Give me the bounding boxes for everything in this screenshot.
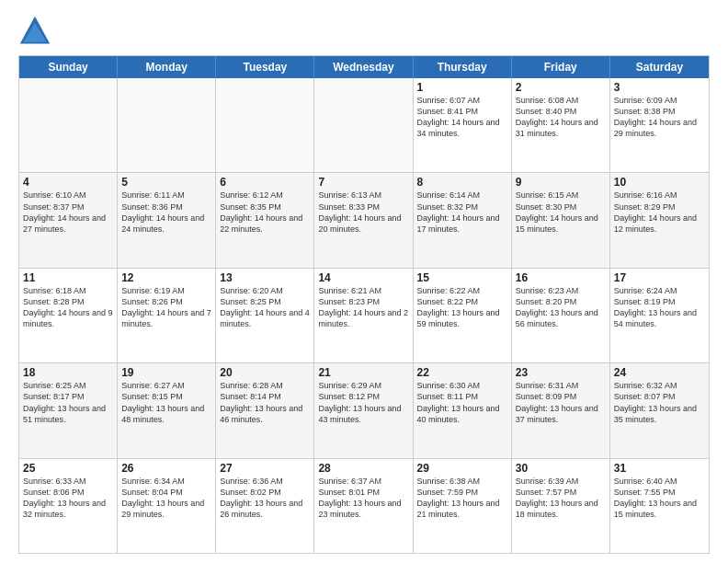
day-detail: Sunrise: 6:24 AM Sunset: 8:19 PM Dayligh… bbox=[614, 285, 705, 330]
calendar-cell-2-6: 17Sunrise: 6:24 AM Sunset: 8:19 PM Dayli… bbox=[610, 269, 709, 362]
day-number: 28 bbox=[318, 462, 408, 475]
calendar-cell-3-6: 24Sunrise: 6:32 AM Sunset: 8:07 PM Dayli… bbox=[610, 363, 709, 457]
calendar-cell-0-1 bbox=[118, 78, 216, 172]
day-number: 22 bbox=[417, 366, 507, 379]
day-detail: Sunrise: 6:10 AM Sunset: 8:37 PM Dayligh… bbox=[23, 190, 113, 235]
day-detail: Sunrise: 6:15 AM Sunset: 8:30 PM Dayligh… bbox=[516, 190, 606, 235]
calendar-cell-3-3: 21Sunrise: 6:29 AM Sunset: 8:12 PM Dayli… bbox=[314, 363, 413, 457]
day-number: 29 bbox=[417, 462, 507, 475]
logo-icon bbox=[18, 15, 51, 48]
weekday-header-sunday: Sunday bbox=[19, 56, 118, 78]
day-number: 25 bbox=[23, 462, 113, 475]
calendar-cell-0-6: 3Sunrise: 6:09 AM Sunset: 8:38 PM Daylig… bbox=[610, 78, 709, 172]
header bbox=[18, 15, 710, 48]
day-detail: Sunrise: 6:25 AM Sunset: 8:17 PM Dayligh… bbox=[23, 380, 113, 425]
day-detail: Sunrise: 6:11 AM Sunset: 8:36 PM Dayligh… bbox=[121, 190, 211, 235]
day-detail: Sunrise: 6:08 AM Sunset: 8:40 PM Dayligh… bbox=[516, 95, 606, 140]
calendar-cell-0-2 bbox=[216, 78, 314, 172]
day-detail: Sunrise: 6:32 AM Sunset: 8:07 PM Dayligh… bbox=[614, 380, 705, 425]
day-detail: Sunrise: 6:18 AM Sunset: 8:28 PM Dayligh… bbox=[23, 285, 113, 330]
day-detail: Sunrise: 6:09 AM Sunset: 8:38 PM Dayligh… bbox=[614, 95, 705, 140]
calendar-row-3: 18Sunrise: 6:25 AM Sunset: 8:17 PM Dayli… bbox=[19, 363, 709, 458]
calendar-cell-2-2: 13Sunrise: 6:20 AM Sunset: 8:25 PM Dayli… bbox=[216, 269, 314, 362]
day-detail: Sunrise: 6:22 AM Sunset: 8:22 PM Dayligh… bbox=[417, 285, 507, 330]
day-number: 3 bbox=[614, 81, 705, 94]
calendar-cell-1-0: 4Sunrise: 6:10 AM Sunset: 8:37 PM Daylig… bbox=[19, 173, 118, 267]
calendar-cell-4-6: 31Sunrise: 6:40 AM Sunset: 7:55 PM Dayli… bbox=[610, 459, 709, 553]
day-number: 16 bbox=[516, 271, 606, 284]
day-detail: Sunrise: 6:38 AM Sunset: 7:59 PM Dayligh… bbox=[417, 476, 507, 521]
day-number: 30 bbox=[516, 462, 606, 475]
calendar-cell-4-5: 30Sunrise: 6:39 AM Sunset: 7:57 PM Dayli… bbox=[512, 459, 610, 553]
day-number: 31 bbox=[614, 462, 705, 475]
day-number: 4 bbox=[23, 176, 113, 189]
day-detail: Sunrise: 6:37 AM Sunset: 8:01 PM Dayligh… bbox=[318, 476, 408, 521]
day-detail: Sunrise: 6:07 AM Sunset: 8:41 PM Dayligh… bbox=[417, 95, 507, 140]
calendar-cell-4-2: 27Sunrise: 6:36 AM Sunset: 8:02 PM Dayli… bbox=[216, 459, 314, 553]
calendar-cell-3-0: 18Sunrise: 6:25 AM Sunset: 8:17 PM Dayli… bbox=[19, 363, 118, 457]
weekday-header-saturday: Saturday bbox=[610, 56, 709, 78]
weekday-header-tuesday: Tuesday bbox=[216, 56, 314, 78]
day-detail: Sunrise: 6:20 AM Sunset: 8:25 PM Dayligh… bbox=[220, 285, 310, 330]
day-number: 20 bbox=[220, 366, 310, 379]
calendar-cell-1-6: 10Sunrise: 6:16 AM Sunset: 8:29 PM Dayli… bbox=[610, 173, 709, 267]
day-detail: Sunrise: 6:40 AM Sunset: 7:55 PM Dayligh… bbox=[614, 476, 705, 521]
calendar-cell-2-3: 14Sunrise: 6:21 AM Sunset: 8:23 PM Dayli… bbox=[314, 269, 413, 362]
day-number: 27 bbox=[220, 462, 310, 475]
day-detail: Sunrise: 6:28 AM Sunset: 8:14 PM Dayligh… bbox=[220, 380, 310, 425]
day-number: 13 bbox=[220, 271, 310, 284]
day-number: 19 bbox=[121, 366, 211, 379]
day-number: 1 bbox=[417, 81, 507, 94]
calendar-cell-1-1: 5Sunrise: 6:11 AM Sunset: 8:36 PM Daylig… bbox=[118, 173, 216, 267]
day-detail: Sunrise: 6:21 AM Sunset: 8:23 PM Dayligh… bbox=[318, 285, 408, 330]
calendar-cell-1-4: 8Sunrise: 6:14 AM Sunset: 8:32 PM Daylig… bbox=[414, 173, 512, 267]
day-number: 24 bbox=[614, 366, 705, 379]
calendar-cell-4-1: 26Sunrise: 6:34 AM Sunset: 8:04 PM Dayli… bbox=[118, 459, 216, 553]
day-detail: Sunrise: 6:14 AM Sunset: 8:32 PM Dayligh… bbox=[417, 190, 507, 235]
calendar-cell-1-3: 7Sunrise: 6:13 AM Sunset: 8:33 PM Daylig… bbox=[314, 173, 413, 267]
page: SundayMondayTuesdayWednesdayThursdayFrid… bbox=[0, 0, 728, 563]
calendar-cell-1-5: 9Sunrise: 6:15 AM Sunset: 8:30 PM Daylig… bbox=[512, 173, 610, 267]
day-detail: Sunrise: 6:19 AM Sunset: 8:26 PM Dayligh… bbox=[121, 285, 211, 330]
calendar-row-2: 11Sunrise: 6:18 AM Sunset: 8:28 PM Dayli… bbox=[19, 269, 709, 363]
calendar-body: 1Sunrise: 6:07 AM Sunset: 8:41 PM Daylig… bbox=[19, 78, 709, 553]
calendar-cell-3-2: 20Sunrise: 6:28 AM Sunset: 8:14 PM Dayli… bbox=[216, 363, 314, 457]
logo bbox=[18, 15, 57, 48]
day-number: 7 bbox=[318, 176, 408, 189]
day-number: 6 bbox=[220, 176, 310, 189]
day-number: 26 bbox=[121, 462, 211, 475]
calendar-row-0: 1Sunrise: 6:07 AM Sunset: 8:41 PM Daylig… bbox=[19, 78, 709, 173]
calendar-cell-0-3 bbox=[314, 78, 413, 172]
calendar-cell-2-0: 11Sunrise: 6:18 AM Sunset: 8:28 PM Dayli… bbox=[19, 269, 118, 362]
day-detail: Sunrise: 6:23 AM Sunset: 8:20 PM Dayligh… bbox=[516, 285, 606, 330]
day-number: 18 bbox=[23, 366, 113, 379]
calendar-cell-4-4: 29Sunrise: 6:38 AM Sunset: 7:59 PM Dayli… bbox=[414, 459, 512, 553]
weekday-header-thursday: Thursday bbox=[414, 56, 512, 78]
day-number: 12 bbox=[121, 271, 211, 284]
calendar-cell-0-5: 2Sunrise: 6:08 AM Sunset: 8:40 PM Daylig… bbox=[512, 78, 610, 172]
calendar-cell-4-3: 28Sunrise: 6:37 AM Sunset: 8:01 PM Dayli… bbox=[314, 459, 413, 553]
day-number: 2 bbox=[516, 81, 606, 94]
weekday-header-friday: Friday bbox=[512, 56, 610, 78]
calendar-cell-2-4: 15Sunrise: 6:22 AM Sunset: 8:22 PM Dayli… bbox=[414, 269, 512, 362]
day-detail: Sunrise: 6:12 AM Sunset: 8:35 PM Dayligh… bbox=[220, 190, 310, 235]
day-number: 10 bbox=[614, 176, 705, 189]
calendar-header: SundayMondayTuesdayWednesdayThursdayFrid… bbox=[19, 56, 709, 78]
day-number: 21 bbox=[318, 366, 408, 379]
day-number: 14 bbox=[318, 271, 408, 284]
weekday-header-monday: Monday bbox=[118, 56, 216, 78]
calendar-cell-4-0: 25Sunrise: 6:33 AM Sunset: 8:06 PM Dayli… bbox=[19, 459, 118, 553]
day-detail: Sunrise: 6:29 AM Sunset: 8:12 PM Dayligh… bbox=[318, 380, 408, 425]
calendar-row-1: 4Sunrise: 6:10 AM Sunset: 8:37 PM Daylig… bbox=[19, 173, 709, 268]
calendar-cell-1-2: 6Sunrise: 6:12 AM Sunset: 8:35 PM Daylig… bbox=[216, 173, 314, 267]
calendar-cell-2-1: 12Sunrise: 6:19 AM Sunset: 8:26 PM Dayli… bbox=[118, 269, 216, 362]
day-detail: Sunrise: 6:31 AM Sunset: 8:09 PM Dayligh… bbox=[516, 380, 606, 425]
day-number: 11 bbox=[23, 271, 113, 284]
day-number: 9 bbox=[516, 176, 606, 189]
weekday-header-wednesday: Wednesday bbox=[314, 56, 413, 78]
calendar-cell-0-0 bbox=[19, 78, 118, 172]
day-number: 15 bbox=[417, 271, 507, 284]
day-detail: Sunrise: 6:39 AM Sunset: 7:57 PM Dayligh… bbox=[516, 476, 606, 521]
day-detail: Sunrise: 6:30 AM Sunset: 8:11 PM Dayligh… bbox=[417, 380, 507, 425]
calendar-cell-2-5: 16Sunrise: 6:23 AM Sunset: 8:20 PM Dayli… bbox=[512, 269, 610, 362]
